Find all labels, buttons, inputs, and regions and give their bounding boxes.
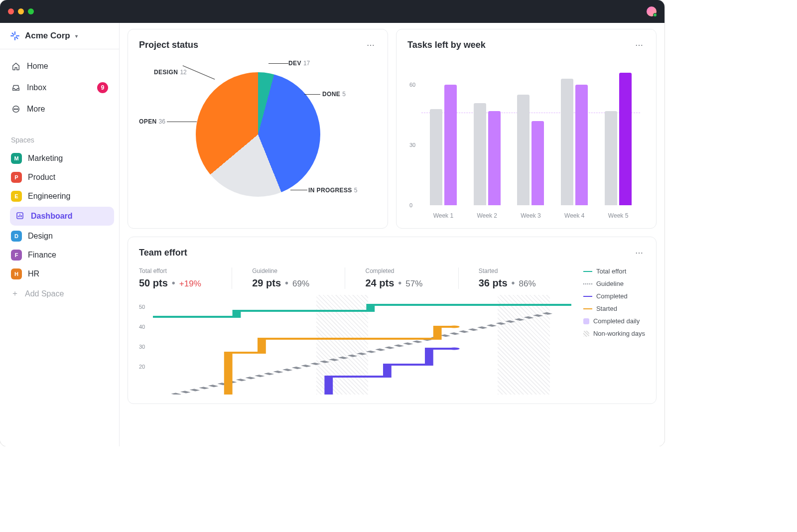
nav-label: Inbox bbox=[27, 83, 46, 92]
space-chip: P bbox=[11, 172, 22, 183]
nav-more[interactable]: More bbox=[5, 99, 114, 119]
space-hr[interactable]: H HR bbox=[0, 265, 119, 283]
svg-point-15 bbox=[449, 347, 460, 350]
pie-chart: DEV17 DONE5 IN PROGRESS5 OPEN36 DESIGN12 bbox=[139, 60, 377, 209]
workspace-logo-icon bbox=[10, 31, 20, 41]
card-menu-button[interactable]: ⋯ bbox=[633, 38, 645, 52]
main-content: Project status ⋯ DEV17 DONE5 IN PROGRESS… bbox=[120, 23, 664, 446]
svg-point-8 bbox=[15, 109, 16, 110]
svg-line-4 bbox=[12, 33, 14, 35]
minimize-window[interactable] bbox=[18, 8, 24, 14]
close-window[interactable] bbox=[8, 8, 14, 14]
add-space-label: Add Space bbox=[25, 289, 64, 298]
space-label: Finance bbox=[28, 251, 56, 260]
more-icon bbox=[11, 104, 21, 114]
home-icon bbox=[11, 61, 21, 71]
space-chip: H bbox=[11, 268, 22, 279]
space-label: Product bbox=[28, 173, 55, 182]
card-team-effort: Team effort ⋯ Total effort50 pts•+19%Gui… bbox=[128, 237, 657, 404]
card-project-status: Project status ⋯ DEV17 DONE5 IN PROGRESS… bbox=[128, 29, 388, 229]
card-title: Project status bbox=[139, 40, 198, 50]
svg-point-9 bbox=[17, 109, 18, 110]
user-avatar[interactable] bbox=[647, 6, 657, 16]
space-label: Engineering bbox=[28, 192, 70, 201]
sidebar: Acme Corp ▾ Home Inbox 9 More Spaces bbox=[0, 23, 120, 446]
plus-icon: ＋ bbox=[11, 288, 19, 299]
space-chip: D bbox=[11, 231, 22, 242]
space-marketing[interactable]: M Marketing bbox=[0, 149, 119, 168]
space-sub-dashboard[interactable]: Dashboard bbox=[10, 207, 114, 226]
workspace-switcher[interactable]: Acme Corp ▾ bbox=[0, 23, 119, 49]
titlebar bbox=[0, 0, 664, 23]
space-label: Marketing bbox=[28, 154, 63, 163]
nav-label: More bbox=[27, 105, 45, 114]
workspace-name: Acme Corp bbox=[25, 31, 70, 41]
pie-label-in-progress: IN PROGRESS5 bbox=[308, 187, 357, 194]
chevron-down-icon: ▾ bbox=[75, 33, 78, 39]
pie-label-done: DONE5 bbox=[322, 91, 346, 98]
space-chip: F bbox=[11, 250, 22, 261]
space-engineering[interactable]: E Engineering bbox=[0, 187, 119, 206]
spaces-heading: Spaces bbox=[0, 126, 119, 149]
pie-label-design: DESIGN12 bbox=[154, 69, 187, 76]
effort-legend: Total effort Guideline Completed Started… bbox=[583, 267, 645, 395]
card-tasks-left: Tasks left by week ⋯ 0 30 60 Week 1Week … bbox=[396, 29, 657, 229]
space-label: Design bbox=[28, 232, 53, 241]
line-chart: 50 40 30 20 bbox=[139, 295, 571, 395]
space-label: HR bbox=[28, 269, 39, 278]
sub-item-label: Dashboard bbox=[31, 212, 73, 221]
maximize-window[interactable] bbox=[28, 8, 34, 14]
window-controls bbox=[8, 8, 34, 14]
space-finance[interactable]: F Finance bbox=[0, 246, 119, 265]
inbox-icon bbox=[11, 83, 21, 93]
dashboard-icon bbox=[16, 212, 25, 221]
card-menu-button[interactable]: ⋯ bbox=[365, 38, 377, 52]
space-product[interactable]: P Product bbox=[0, 168, 119, 187]
svg-line-5 bbox=[16, 37, 18, 39]
svg-point-14 bbox=[449, 325, 460, 328]
nav-label: Home bbox=[27, 62, 48, 71]
bar-chart: 0 30 60 Week 1Week 2Week 3Week 4Week 5 bbox=[407, 60, 645, 219]
card-menu-button[interactable]: ⋯ bbox=[633, 246, 645, 260]
nav-inbox[interactable]: Inbox 9 bbox=[5, 77, 114, 98]
add-space-button[interactable]: ＋ Add Space bbox=[0, 283, 119, 304]
card-title: Tasks left by week bbox=[407, 40, 486, 50]
pie-label-open: OPEN36 bbox=[139, 118, 165, 125]
card-title: Team effort bbox=[139, 248, 187, 258]
pie-label-dev: DEV17 bbox=[288, 60, 310, 67]
inbox-badge: 9 bbox=[97, 82, 108, 93]
space-design[interactable]: D Design bbox=[0, 227, 119, 246]
svg-point-7 bbox=[14, 109, 15, 110]
space-chip: E bbox=[11, 191, 22, 202]
nav-home[interactable]: Home bbox=[5, 56, 114, 76]
space-chip: M bbox=[11, 153, 22, 164]
